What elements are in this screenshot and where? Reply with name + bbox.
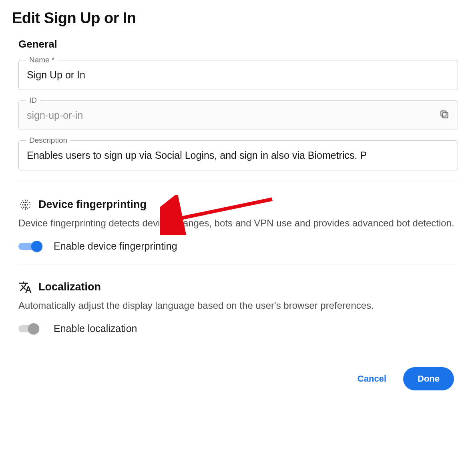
copy-id-button[interactable] bbox=[438, 109, 450, 121]
localization-toggle[interactable] bbox=[18, 322, 44, 335]
svg-point-21 bbox=[22, 208, 23, 209]
dialog-footer: Cancel Done bbox=[12, 367, 458, 390]
svg-point-8 bbox=[24, 202, 26, 203]
svg-point-23 bbox=[27, 208, 28, 209]
id-label: ID bbox=[26, 96, 40, 105]
name-label: Name * bbox=[26, 56, 58, 64]
svg-point-19 bbox=[26, 206, 28, 208]
svg-rect-1 bbox=[441, 111, 446, 116]
localization-block: Localization Automatically adjust the di… bbox=[18, 280, 458, 335]
id-value: sign-up-or-in bbox=[27, 109, 450, 122]
page-title: Edit Sign Up or In bbox=[12, 10, 458, 27]
svg-point-14 bbox=[27, 204, 28, 205]
general-section: General Name * Sign Up or In ID sign-up-… bbox=[12, 38, 458, 335]
localization-title: Localization bbox=[38, 281, 101, 293]
divider bbox=[18, 264, 458, 264]
localization-description: Automatically adjust the display languag… bbox=[18, 298, 458, 313]
name-field[interactable]: Name * Sign Up or In bbox=[18, 60, 458, 90]
description-label: Description bbox=[26, 136, 70, 145]
fingerprinting-toggle-label: Enable device fingerprinting bbox=[54, 240, 177, 252]
svg-point-4 bbox=[25, 200, 26, 201]
name-value: Sign Up or In bbox=[27, 68, 450, 82]
description-value: Enables users to sign up via Social Logi… bbox=[27, 149, 450, 162]
svg-point-9 bbox=[26, 202, 28, 203]
svg-point-11 bbox=[20, 204, 21, 205]
done-button[interactable]: Done bbox=[403, 367, 454, 390]
fingerprinting-toggle[interactable] bbox=[18, 240, 44, 253]
id-field: ID sign-up-or-in bbox=[18, 100, 458, 130]
svg-point-3 bbox=[22, 200, 23, 201]
fingerprinting-title: Device fingerprinting bbox=[38, 198, 147, 211]
svg-point-18 bbox=[24, 206, 26, 208]
svg-point-17 bbox=[23, 206, 24, 208]
translate-icon bbox=[18, 280, 32, 294]
svg-point-13 bbox=[24, 204, 26, 206]
svg-point-10 bbox=[29, 202, 30, 202]
copy-icon bbox=[439, 109, 450, 121]
svg-point-6 bbox=[21, 202, 22, 202]
svg-point-24 bbox=[25, 209, 26, 210]
divider bbox=[18, 182, 458, 182]
svg-point-16 bbox=[21, 206, 22, 207]
svg-rect-0 bbox=[443, 112, 448, 118]
fingerprinting-description: Device fingerprinting detects device cha… bbox=[18, 216, 458, 230]
svg-point-5 bbox=[27, 200, 28, 201]
cancel-button[interactable]: Cancel bbox=[352, 370, 392, 388]
svg-point-7 bbox=[23, 202, 24, 203]
fingerprint-dots-icon bbox=[18, 198, 32, 212]
fingerprinting-block: Device fingerprinting Device fingerprint… bbox=[18, 198, 458, 253]
localization-toggle-label: Enable localization bbox=[54, 323, 137, 334]
description-field[interactable]: Description Enables users to sign up via… bbox=[18, 140, 458, 170]
svg-point-12 bbox=[22, 204, 23, 205]
general-heading: General bbox=[18, 38, 458, 50]
svg-point-20 bbox=[29, 206, 30, 207]
svg-point-15 bbox=[30, 204, 30, 205]
